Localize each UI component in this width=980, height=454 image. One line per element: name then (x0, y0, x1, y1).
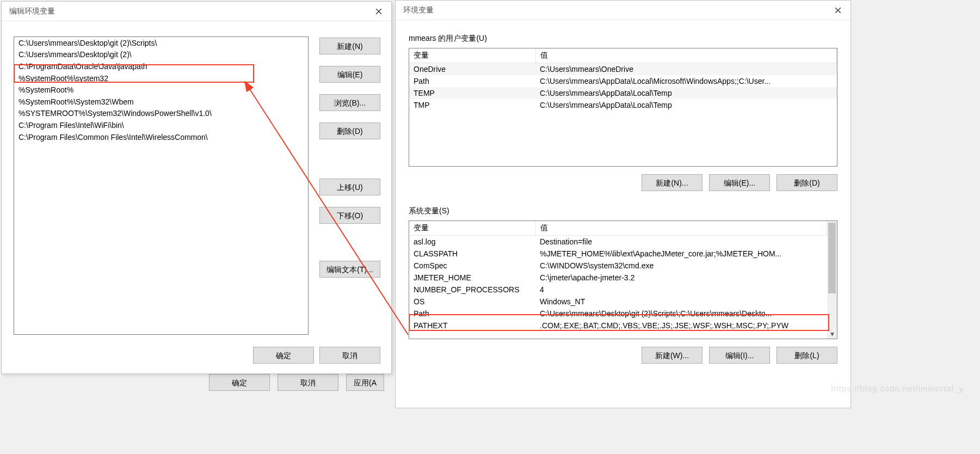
var-value: C:\jmeter\apache-jmeter-3.2 (535, 272, 827, 284)
list-item[interactable]: %SystemRoot%\system32 (14, 72, 308, 84)
table-row[interactable]: PathC:\Users\mmears\Desktop\git (2)\Scri… (409, 308, 827, 320)
sys-delete-button[interactable]: 删除(L) (776, 347, 837, 364)
scroll-down-icon[interactable]: ▾ (827, 329, 837, 339)
table-row[interactable]: OneDriveC:\Users\mmears\OneDrive (409, 63, 837, 76)
table-row[interactable]: JMETER_HOMEC:\jmeter\apache-jmeter-3.2 (409, 272, 827, 284)
table-row[interactable]: CLASSPATH%JMETER_HOME%\lib\ext\ApacheJMe… (409, 248, 827, 260)
list-item[interactable]: C:\ProgramData\Oracle\Java\javapath (14, 60, 308, 72)
close-icon[interactable] (366, 3, 391, 20)
var-name: OneDrive (409, 63, 535, 76)
cancel-button[interactable]: 取消 (319, 347, 380, 364)
ok-button[interactable]: 确定 (253, 347, 314, 364)
var-value: 4 (535, 284, 827, 296)
table-row[interactable]: TMPC:\Users\mmears\AppData\Local\Temp (409, 99, 837, 111)
bg-apply-button[interactable]: 应用(A (346, 374, 384, 391)
user-delete-button[interactable]: 删除(D) (776, 174, 837, 191)
var-name: NUMBER_OF_PROCESSORS (409, 284, 535, 296)
bg-cancel-button[interactable]: 取消 (278, 374, 338, 391)
close-icon[interactable] (825, 2, 850, 19)
col-value[interactable]: 值 (535, 221, 827, 236)
moveup-button[interactable]: 上移(U) (319, 179, 380, 195)
movedown-button[interactable]: 下移(O) (319, 207, 380, 224)
col-value[interactable]: 值 (535, 48, 837, 63)
list-item[interactable]: C:\Users\mmears\Desktop\git (2)\Scripts\ (14, 37, 308, 49)
var-name: OS (409, 296, 535, 308)
background-dialog-buttons: 确定 取消 应用(A (209, 374, 384, 391)
table-row[interactable]: PATHEXT.COM;.EXE;.BAT;.CMD;.VBS;.VBE;.JS… (409, 320, 827, 332)
table-row[interactable]: asl.logDestination=file (409, 236, 827, 248)
edittext-button[interactable]: 编辑文本(T)... (319, 261, 380, 278)
var-name: JMETER_HOME (409, 272, 535, 284)
var-value: .COM;.EXE;.BAT;.CMD;.VBS;.VBE;.JS;.JSE;.… (535, 320, 827, 332)
user-edit-button[interactable]: 编辑(E)... (709, 174, 770, 191)
var-name: TMP (409, 99, 535, 111)
edit-env-var-dialog: 编辑环境变量 C:\Users\mmears\Desktop\git (2)\S… (1, 1, 392, 374)
var-value: C:\WINDOWS\system32\cmd.exe (535, 260, 827, 272)
sys-edit-button[interactable]: 编辑(I)... (709, 347, 770, 364)
edit-button[interactable]: 编辑(E) (319, 66, 380, 83)
table-row[interactable]: NUMBER_OF_PROCESSORS4 (409, 284, 827, 296)
environment-variables-dialog: 环境变量 mmears 的用户变量(U) 变量 值 OneDriveC:\Use… (395, 0, 851, 408)
list-item[interactable]: %SystemRoot%\System32\Wbem (14, 96, 308, 108)
scroll-thumb[interactable] (828, 223, 836, 293)
var-name: CLASSPATH (409, 248, 535, 260)
new-button[interactable]: 新建(N) (319, 38, 380, 54)
var-name: TEMP (409, 87, 535, 99)
titlebar[interactable]: 编辑环境变量 (2, 2, 391, 21)
col-variable[interactable]: 变量 (409, 221, 535, 236)
table-row[interactable]: ComSpecC:\WINDOWS\system32\cmd.exe (409, 260, 827, 272)
var-value: C:\Users\mmears\AppData\Local\Temp (535, 87, 837, 99)
var-value: C:\Users\mmears\AppData\Local\Microsoft\… (535, 75, 837, 87)
var-value: %JMETER_HOME%\lib\ext\ApacheJMeter_core.… (535, 248, 827, 260)
var-name: ComSpec (409, 260, 535, 272)
sys-vars-table[interactable]: 变量 值 asl.logDestination=fileCLASSPATH%JM… (409, 220, 837, 339)
list-item[interactable]: C:\Program Files\Intel\WiFi\bin\ (14, 119, 308, 131)
table-row[interactable]: TEMPC:\Users\mmears\AppData\Local\Temp (409, 87, 837, 99)
var-value: Destination=file (535, 236, 827, 248)
list-item[interactable]: %SYSTEMROOT%\System32\WindowsPowerShell\… (14, 108, 308, 120)
var-name: PATHEXT (409, 320, 535, 332)
var-name: Path (409, 308, 535, 320)
user-new-button[interactable]: 新建(N)... (642, 174, 702, 191)
list-item[interactable]: %SystemRoot% (14, 84, 308, 96)
user-variables-group: mmears 的用户变量(U) 变量 值 OneDriveC:\Users\mm… (409, 34, 837, 191)
table-row[interactable]: PathC:\Users\mmears\AppData\Local\Micros… (409, 75, 837, 87)
var-value: C:\Users\mmears\AppData\Local\Temp (535, 99, 837, 111)
system-variables-group: 系统变量(S) 变量 值 asl.logDestination=fileCLAS… (409, 206, 837, 364)
watermark: https://blog.csdn.net/immortal_y (831, 384, 964, 393)
user-vars-table[interactable]: 变量 值 OneDriveC:\Users\mmears\OneDrivePat… (409, 48, 837, 167)
col-variable[interactable]: 变量 (409, 48, 535, 63)
delete-button[interactable]: 删除(D) (319, 122, 380, 139)
scrollbar[interactable]: ▴ ▾ (827, 221, 837, 339)
browse-button[interactable]: 浏览(B)... (319, 94, 380, 111)
var-value: C:\Users\mmears\OneDrive (535, 63, 837, 76)
var-name: asl.log (409, 236, 535, 248)
bg-ok-button[interactable]: 确定 (209, 374, 270, 391)
user-group-label: mmears 的用户变量(U) (409, 34, 837, 44)
sys-group-label: 系统变量(S) (409, 206, 837, 216)
path-listbox[interactable]: C:\Users\mmears\Desktop\git (2)\Scripts\… (14, 36, 309, 335)
var-value: Windows_NT (535, 296, 827, 308)
dialog-title: 环境变量 (403, 5, 434, 15)
titlebar[interactable]: 环境变量 (396, 1, 850, 20)
sys-new-button[interactable]: 新建(W)... (642, 347, 702, 364)
var-value: C:\Users\mmears\Desktop\git (2)\Scripts\… (535, 308, 827, 320)
list-item[interactable]: C:\Users\mmears\Desktop\git (2)\ (14, 49, 308, 61)
var-name: Path (409, 75, 535, 87)
list-item[interactable]: C:\Program Files\Common Files\Intel\Wire… (14, 131, 308, 143)
table-row[interactable]: OSWindows_NT (409, 296, 827, 308)
dialog-title: 编辑环境变量 (9, 7, 55, 16)
